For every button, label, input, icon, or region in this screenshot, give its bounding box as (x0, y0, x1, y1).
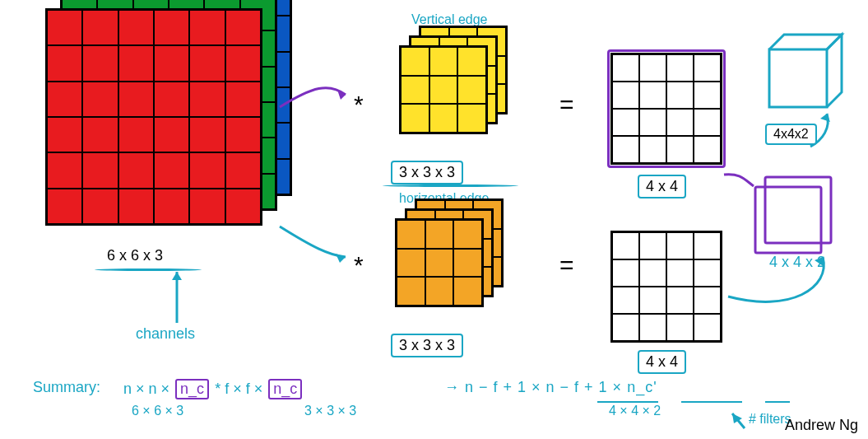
grid-cell (666, 54, 694, 82)
grid-cell (82, 117, 118, 152)
grid-cell (225, 45, 261, 81)
grid-cell (612, 314, 639, 341)
svg-rect-0 (765, 177, 831, 243)
grid-cell (666, 232, 694, 259)
grid-cell (666, 82, 694, 109)
grid-cell (118, 152, 154, 188)
grid-cell (666, 136, 694, 163)
grid-cell (694, 136, 721, 163)
grid-cell (639, 287, 666, 314)
grid-cell (82, 45, 118, 81)
grid-cell (457, 76, 486, 105)
grid-cell (666, 314, 694, 341)
grid-cell (82, 152, 118, 188)
convolve-op-2: * (354, 251, 364, 279)
volume-layer (399, 45, 488, 134)
grid-cell (457, 47, 486, 76)
summary-example-mid: 3 × 3 × 3 (304, 404, 356, 418)
grid-cell (154, 117, 189, 152)
grid-cell (453, 220, 482, 249)
grid-cell (639, 136, 666, 163)
grid-cell (429, 104, 458, 133)
output2-dims-box: 4 x 4 (638, 350, 686, 374)
grid-cell (47, 45, 82, 81)
grid-cell (47, 10, 82, 45)
grid-cell (118, 45, 154, 81)
grid-cell (425, 220, 454, 249)
grid-cell (397, 277, 425, 306)
grid-cell (612, 232, 639, 259)
equals-op-2: = (559, 251, 574, 279)
summary-fxf: * f × f × (215, 381, 262, 397)
grid-cell (154, 10, 189, 45)
author-credit: Andrew Ng (785, 417, 858, 434)
channels-label: channels (136, 325, 195, 343)
summary-rhs: → n − f + 1 × n − f + 1 × n_c' (444, 379, 657, 396)
grid-cell (47, 82, 82, 117)
filter1-underline (383, 184, 518, 187)
grid-cell (82, 82, 118, 117)
grid-cell (225, 152, 261, 188)
summary-nc-box-2: n_c (268, 379, 302, 399)
summary-nxn: n × n × (123, 381, 169, 397)
grid-cell (82, 10, 118, 45)
grid-cell (694, 259, 721, 287)
volume-layer (45, 8, 262, 226)
grid-cell (666, 109, 694, 136)
filter1-dims-box: 3 x 3 x 3 (391, 161, 463, 184)
volume-layer (610, 231, 722, 343)
summary-lhs: n × n × n_c * f × f × n_c (123, 379, 304, 399)
input-dims-label: 6 x 6 x 3 (107, 247, 163, 264)
output1-dims-box: 4 x 4 (638, 175, 686, 198)
grid-cell (154, 45, 189, 81)
grid-cell (453, 249, 482, 278)
grid-cell (612, 109, 639, 136)
stack-side-label: 4 x 4 x 2 (769, 254, 825, 271)
grid-cell (639, 259, 666, 287)
grid-cell (457, 104, 486, 133)
grid-cell (612, 259, 639, 287)
grid-cell (118, 189, 154, 224)
grid-cell (639, 109, 666, 136)
grid-cell (189, 10, 225, 45)
grid-cell (429, 76, 458, 105)
grid-cell (118, 117, 154, 152)
grid-cell (47, 117, 82, 152)
input-underline (95, 269, 202, 271)
grid-cell (82, 189, 118, 224)
grid-cell (154, 82, 189, 117)
diagram-stage: 6 x 6 x 3 channels Vertical edge 3 x 3 x… (0, 0, 868, 439)
grid-cell (118, 10, 154, 45)
grid-cell (397, 249, 425, 278)
grid-cell (225, 10, 261, 45)
summary-label: Summary: (33, 379, 100, 396)
grid-cell (639, 232, 666, 259)
grid-cell (225, 82, 261, 117)
grid-cell (154, 152, 189, 188)
grid-cell (401, 76, 429, 105)
grid-cell (453, 277, 482, 306)
grid-cell (397, 220, 425, 249)
grid-cell (189, 45, 225, 81)
svg-rect-1 (755, 187, 821, 253)
grid-cell (612, 136, 639, 163)
convolve-op-1: * (354, 91, 364, 119)
grid-cell (425, 277, 454, 306)
stack-cube-label: 4x4x2 (765, 124, 817, 145)
equals-op-1: = (559, 91, 574, 119)
grid-cell (225, 117, 261, 152)
grid-cell (429, 47, 458, 76)
grid-cell (639, 82, 666, 109)
grid-cell (189, 152, 225, 188)
grid-cell (154, 189, 189, 224)
grid-cell (47, 189, 82, 224)
grid-cell (694, 314, 721, 341)
grid-cell (189, 82, 225, 117)
grid-cell (401, 104, 429, 133)
grid-cell (694, 82, 721, 109)
volume-layer (395, 218, 484, 307)
summary-nc-box-1: n_c (175, 379, 209, 399)
grid-cell (694, 232, 721, 259)
volume-layer (610, 53, 722, 165)
grid-cell (666, 259, 694, 287)
